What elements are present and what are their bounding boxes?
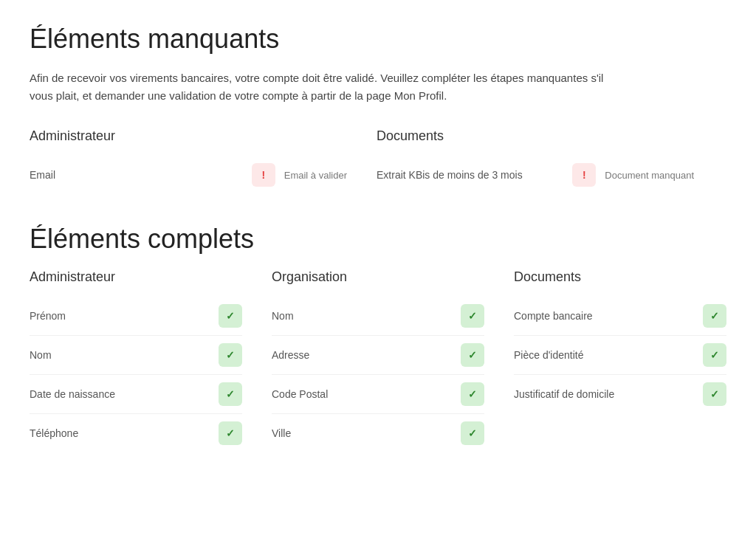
missing-columns: Administrateur Email ! Email à valider D… [30,128,694,194]
complete-prenom-label: Prénom [30,310,210,322]
complete-prenom-badge: ✓ [219,304,242,328]
missing-documents-title: Documents [377,128,694,144]
complete-dob-row: Date de naissance ✓ [30,375,242,414]
complete-ville-row: Ville ✓ [272,414,484,452]
complete-ville-badge: ✓ [461,421,484,445]
complete-codepostal-badge: ✓ [461,382,484,406]
complete-title: Éléments complets [30,224,726,255]
missing-admin-title: Administrateur [30,128,347,144]
missing-admin-column: Administrateur Email ! Email à valider [30,128,347,194]
complete-org-nom-row: Nom ✓ [272,297,484,336]
complete-org-nom-label: Nom [272,310,452,322]
complete-domicile-row: Justificatif de domicile ✓ [514,375,726,413]
complete-identite-label: Pièce d'identité [514,349,694,361]
missing-email-badge: ! [252,163,275,187]
complete-admin-title: Administrateur [30,269,242,285]
complete-compte-label: Compte bancaire [514,310,694,322]
complete-nom-badge: ✓ [219,343,242,367]
missing-title: Éléments manquants [30,24,726,55]
missing-kbis-badge: ! [572,163,596,187]
missing-email-status: Email à valider [284,170,347,181]
complete-org-column: Organisation Nom ✓ Adresse ✓ Code Postal… [272,269,484,452]
missing-kbis-label: Extrait KBis de moins de 3 mois [377,169,563,181]
complete-domicile-label: Justificatif de domicile [514,388,694,400]
complete-compte-row: Compte bancaire ✓ [514,297,726,336]
complete-prenom-row: Prénom ✓ [30,297,242,336]
missing-section: Éléments manquants Afin de recevoir vos … [30,24,726,194]
complete-columns: Administrateur Prénom ✓ Nom ✓ Date de na… [30,269,726,452]
complete-org-title: Organisation [272,269,484,285]
missing-email-label: Email [30,169,243,181]
complete-nom-row: Nom ✓ [30,336,242,375]
complete-telephone-row: Téléphone ✓ [30,414,242,452]
missing-email-row: Email ! Email à valider [30,156,347,194]
complete-telephone-badge: ✓ [219,421,242,445]
complete-identite-badge: ✓ [703,343,726,367]
complete-compte-badge: ✓ [703,304,726,328]
complete-admin-column: Administrateur Prénom ✓ Nom ✓ Date de na… [30,269,242,452]
complete-codepostal-label: Code Postal [272,388,452,400]
complete-telephone-label: Téléphone [30,427,210,439]
complete-codepostal-row: Code Postal ✓ [272,375,484,414]
complete-adresse-row: Adresse ✓ [272,336,484,375]
complete-nom-label: Nom [30,349,210,361]
complete-docs-title: Documents [514,269,726,285]
complete-adresse-badge: ✓ [461,343,484,367]
complete-adresse-label: Adresse [272,349,452,361]
complete-dob-label: Date de naissance [30,388,210,400]
complete-identite-row: Pièce d'identité ✓ [514,336,726,375]
complete-section: Éléments complets Administrateur Prénom … [30,224,726,452]
missing-documents-column: Documents Extrait KBis de moins de 3 moi… [377,128,694,194]
missing-kbis-row: Extrait KBis de moins de 3 mois ! Docume… [377,156,694,194]
complete-org-nom-badge: ✓ [461,304,484,328]
missing-kbis-status: Document manquant [605,170,694,181]
complete-ville-label: Ville [272,427,452,439]
description-text: Afin de recevoir vos virements bancaires… [30,69,620,105]
complete-domicile-badge: ✓ [703,382,726,406]
complete-dob-badge: ✓ [219,382,242,406]
complete-docs-column: Documents Compte bancaire ✓ Pièce d'iden… [514,269,726,452]
